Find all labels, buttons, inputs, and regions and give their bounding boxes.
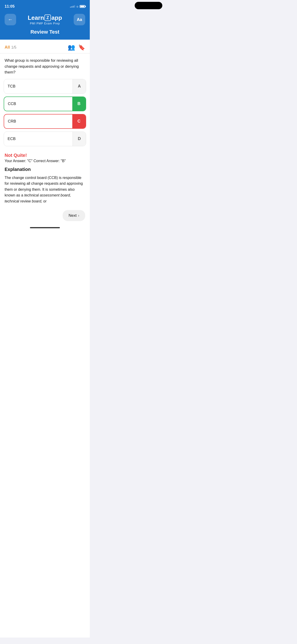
- filter-all[interactable]: All: [4, 45, 10, 50]
- options-container: TCB A CCB B CRB C ECB D: [0, 79, 90, 146]
- explanation-text: The change control board (CCB) is respon…: [4, 175, 85, 204]
- question-number: 1/5: [11, 45, 16, 50]
- logo-text: LearnZapp: [28, 14, 62, 22]
- back-button[interactable]: ←: [4, 14, 16, 25]
- page-title: Review Test: [30, 29, 60, 35]
- logo-app: app: [51, 14, 62, 22]
- option-a-text: TCB: [4, 79, 72, 94]
- result-section: Not Quite! Your Answer: "C" Correct Answ…: [0, 150, 90, 206]
- back-arrow-icon: ←: [8, 16, 13, 22]
- option-a-letter: A: [72, 79, 86, 94]
- option-d[interactable]: ECB D: [4, 132, 86, 146]
- next-label: Next: [68, 213, 77, 218]
- option-c-text: CRB: [4, 114, 72, 128]
- community-icon[interactable]: 👥: [68, 44, 75, 51]
- logo-z: Z: [44, 14, 51, 21]
- result-title: Not Quite!: [4, 153, 85, 158]
- logo: LearnZapp PMI PMP Exam Prep: [28, 14, 62, 25]
- question-text: What group is responsible for reviewing …: [0, 54, 90, 79]
- logo-subtitle: PMI PMP Exam Prep: [30, 22, 60, 25]
- result-answers: Your Answer: "C" Correct Answer: "B": [4, 159, 85, 163]
- bookmark-icon[interactable]: 🔖: [78, 44, 85, 51]
- home-bar: [30, 227, 60, 228]
- option-d-letter: D: [72, 132, 86, 146]
- home-indicator: [0, 225, 90, 230]
- battery-icon: [80, 5, 85, 8]
- option-c-letter: C: [72, 114, 86, 128]
- header-nav: ← LearnZapp PMI PMP Exam Prep Aa: [4, 14, 85, 25]
- app-header: ← LearnZapp PMI PMP Exam Prep Aa Review …: [0, 12, 90, 40]
- explanation-title: Explanation: [4, 167, 85, 172]
- option-a[interactable]: TCB A: [4, 79, 86, 94]
- question-actions: 👥 🔖: [68, 44, 85, 51]
- question-header: All 1/5 👥 🔖: [0, 40, 90, 54]
- status-icons: ⌾: [70, 4, 85, 8]
- option-c[interactable]: CRB C: [4, 114, 86, 129]
- signal-icon: [70, 5, 75, 8]
- status-bar: 11:05 ⌾: [0, 0, 90, 12]
- font-size-button[interactable]: Aa: [74, 14, 85, 25]
- next-chevron-icon: ›: [78, 214, 79, 218]
- option-b-letter: B: [72, 97, 86, 111]
- question-counter: All 1/5: [4, 45, 16, 50]
- content-area: All 1/5 👥 🔖 What group is responsible fo…: [0, 40, 90, 638]
- status-time: 11:05: [4, 4, 14, 9]
- next-button[interactable]: Next ›: [62, 210, 85, 221]
- option-d-text: ECB: [4, 132, 72, 146]
- font-label: Aa: [77, 17, 82, 22]
- option-b[interactable]: CCB B: [4, 96, 86, 111]
- wifi-icon: ⌾: [76, 4, 78, 8]
- next-button-container: Next ›: [0, 206, 90, 225]
- logo-learn: Learn: [28, 14, 44, 22]
- option-b-text: CCB: [4, 97, 72, 111]
